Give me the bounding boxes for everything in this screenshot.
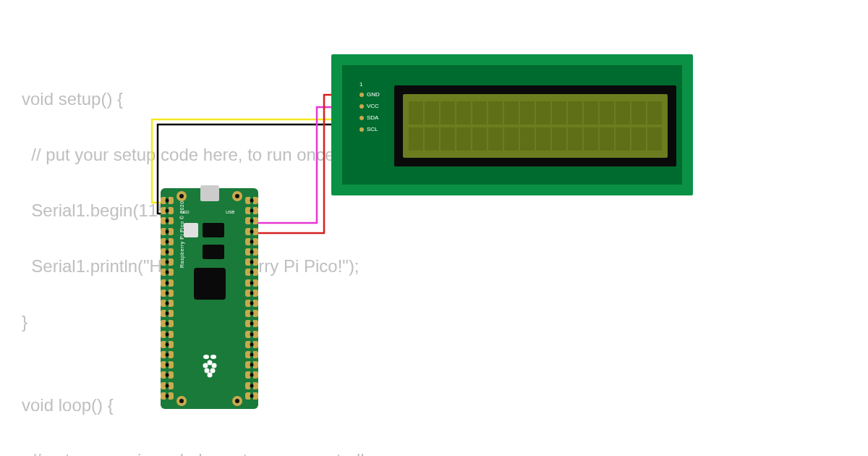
usb-micro-connector bbox=[200, 185, 219, 201]
mounting-hole bbox=[232, 396, 242, 406]
svg-point-4 bbox=[211, 363, 216, 368]
mounting-hole bbox=[232, 191, 242, 201]
rp2040-chip bbox=[194, 268, 226, 300]
bootsel-button[interactable] bbox=[184, 223, 198, 237]
lcd-row-1 bbox=[409, 101, 662, 124]
mounting-hole bbox=[176, 396, 187, 406]
lcd-screen-frame bbox=[394, 85, 676, 166]
lcd-pcb: 1 GND VCC SDA SCL bbox=[342, 65, 682, 185]
svg-point-5 bbox=[204, 368, 209, 373]
code-line: // put your setup code here, to run once… bbox=[22, 141, 378, 169]
svg-point-6 bbox=[210, 368, 215, 373]
svg-point-1 bbox=[210, 355, 216, 359]
code-line: void setup() { bbox=[22, 85, 378, 113]
lcd-pin-sda: SDA bbox=[359, 114, 380, 121]
flash-chip bbox=[203, 245, 224, 259]
svg-point-7 bbox=[207, 373, 212, 378]
board-silkscreen-text: Raspberry Pi Pico © 2020 bbox=[179, 200, 184, 268]
lcd-pin-gnd: GND bbox=[359, 91, 380, 98]
svg-point-0 bbox=[203, 355, 209, 359]
usb-label: USB bbox=[226, 210, 234, 214]
voltage-regulator bbox=[203, 223, 224, 237]
lcd-pin-vcc: VCC bbox=[359, 103, 380, 109]
lcd-pin-labels: GND VCC SDA SCL bbox=[359, 91, 380, 132]
pico-pins-left bbox=[161, 197, 174, 400]
svg-point-3 bbox=[203, 363, 208, 368]
lcd-1602-module[interactable]: 1 GND VCC SDA SCL bbox=[331, 54, 693, 195]
mounting-hole bbox=[176, 191, 187, 201]
svg-point-2 bbox=[207, 360, 212, 366]
raspberry-pi-pico[interactable]: LED USB Raspberry Pi Pico © 2020 bbox=[161, 188, 258, 409]
lcd-pin-1-marker: 1 bbox=[359, 81, 362, 88]
code-line: // put your main code here, to run repea… bbox=[22, 447, 378, 456]
lcd-pin-scl: SCL bbox=[359, 126, 380, 132]
raspberry-pi-logo-icon bbox=[199, 352, 221, 384]
lcd-screen bbox=[403, 94, 668, 158]
pico-pins-right bbox=[245, 197, 258, 400]
lcd-row-2 bbox=[409, 127, 662, 151]
